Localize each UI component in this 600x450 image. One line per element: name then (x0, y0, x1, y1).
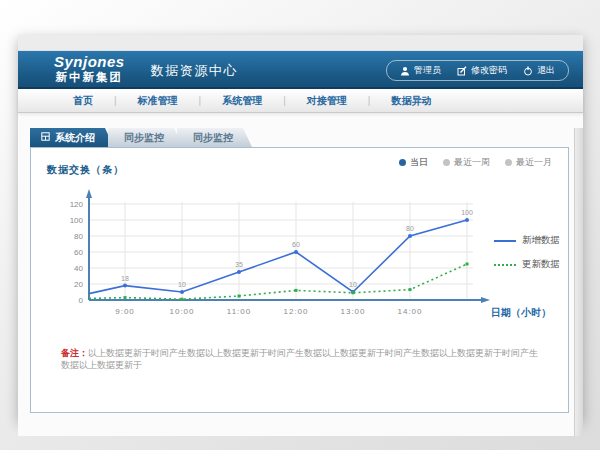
green-dotted-line-icon (494, 264, 516, 266)
note-text: 以上数据更新于时间产生数据以上数据更新于时间产生数据以上数据更新于时间产生数据以… (61, 348, 538, 371)
svg-text:9:00: 9:00 (115, 307, 135, 316)
svg-text:60: 60 (74, 248, 83, 257)
svg-text:40: 40 (74, 264, 83, 273)
logout-label: 退出 (537, 64, 555, 77)
main-nav: 首页 | 标准管理 | 系统管理 | 对接管理 | 数据异动 (18, 89, 583, 113)
chart-panel: 当日 最近一周 最近一月 数据交换（条） 0204060801001209:00… (30, 147, 569, 413)
radio-icon (399, 159, 406, 166)
blue-line-icon (494, 240, 516, 242)
user-icon (400, 66, 410, 76)
legend-item-new-data[interactable]: 新增数据 (494, 234, 560, 247)
radio-last-week[interactable]: 最近一周 (443, 156, 490, 169)
svg-text:10: 10 (349, 281, 357, 288)
tab-bar: 系统介绍 同步监控 同步监控 (30, 128, 583, 147)
grid-icon (41, 128, 50, 147)
tab-sync-monitor-2[interactable]: 同步监控 (177, 128, 252, 147)
screen: Synjones 新中新集团 数据资源中心 管理员 修改密码 (0, 0, 600, 450)
user-actions-pill: 管理员 修改密码 退出 (386, 60, 569, 81)
brand-logo: Synjones 新中新集团 (54, 54, 125, 84)
svg-text:35: 35 (235, 261, 243, 268)
radio-icon (505, 159, 512, 166)
nav-item-standard-mgmt[interactable]: 标准管理 (117, 94, 199, 108)
page-title: 数据资源中心 (151, 59, 238, 80)
nav-item-home[interactable]: 首页 (52, 94, 114, 108)
svg-text:0: 0 (79, 296, 84, 305)
radio-last-month[interactable]: 最近一月 (505, 156, 552, 169)
time-range-radio-group: 当日 最近一周 最近一月 (399, 156, 552, 169)
svg-text:80: 80 (74, 232, 83, 241)
content-area: 系统介绍 同步监控 同步监控 当日 最近一周 (18, 128, 583, 436)
brand-logo-cn: 新中新集团 (54, 71, 125, 84)
svg-text:日期（小时）: 日期（小时） (491, 307, 551, 318)
svg-text:10: 10 (178, 281, 186, 288)
legend-label: 新增数据 (522, 234, 560, 247)
svg-text:100: 100 (461, 209, 473, 216)
tab-sync-monitor-1[interactable]: 同步监控 (108, 128, 183, 147)
scrollbar[interactable] (574, 128, 583, 436)
change-password-button[interactable]: 修改密码 (457, 64, 507, 77)
legend-item-updated-data[interactable]: 更新数据 (494, 258, 560, 271)
radio-today[interactable]: 当日 (399, 156, 428, 169)
app-header: Synjones 新中新集团 数据资源中心 管理员 修改密码 (18, 51, 583, 89)
change-password-label: 修改密码 (471, 64, 507, 77)
logout-icon (523, 66, 533, 76)
nav-item-data-change[interactable]: 数据异动 (370, 94, 452, 108)
tab-system-intro[interactable]: 系统介绍 (30, 128, 114, 147)
current-user-button[interactable]: 管理员 (400, 64, 441, 77)
svg-text:13:00: 13:00 (340, 307, 365, 316)
svg-text:100: 100 (70, 216, 84, 225)
app-window: Synjones 新中新集团 数据资源中心 管理员 修改密码 (18, 35, 583, 420)
tab-label: 同步监控 (124, 128, 164, 147)
tab-label: 系统介绍 (55, 128, 95, 147)
tab-label: 同步监控 (193, 128, 233, 147)
svg-text:11:00: 11:00 (227, 307, 251, 316)
y-axis-title: 数据交换（条） (47, 163, 124, 177)
radio-label: 最近一周 (454, 156, 490, 169)
top-strip (18, 35, 583, 51)
footer-note: 备注：以上数据更新于时间产生数据以上数据更新于时间产生数据以上数据更新于时间产生… (61, 347, 544, 372)
svg-text:60: 60 (292, 241, 300, 248)
nav-item-system-mgmt[interactable]: 系统管理 (201, 94, 283, 108)
legend-label: 更新数据 (522, 258, 560, 271)
svg-text:10:00: 10:00 (169, 307, 194, 316)
logout-button[interactable]: 退出 (523, 64, 555, 77)
chart-legend: 新增数据 更新数据 (494, 234, 560, 271)
radio-label: 当日 (410, 156, 428, 169)
svg-text:20: 20 (74, 280, 83, 289)
edit-icon (457, 66, 467, 76)
nav-item-interface-mgmt[interactable]: 对接管理 (286, 94, 368, 108)
brand-logo-en: Synjones (54, 54, 125, 71)
svg-text:80: 80 (406, 225, 414, 232)
line-chart: 0204060801001209:0010:0011:0012:0013:001… (49, 182, 561, 334)
note-label: 备注： (61, 348, 88, 358)
user-label: 管理员 (414, 64, 441, 77)
svg-text:14:00: 14:00 (397, 307, 422, 316)
svg-text:18: 18 (121, 275, 129, 282)
radio-icon (443, 159, 450, 166)
svg-text:120: 120 (70, 200, 84, 209)
svg-text:12:00: 12:00 (283, 307, 308, 316)
radio-label: 最近一月 (516, 156, 552, 169)
